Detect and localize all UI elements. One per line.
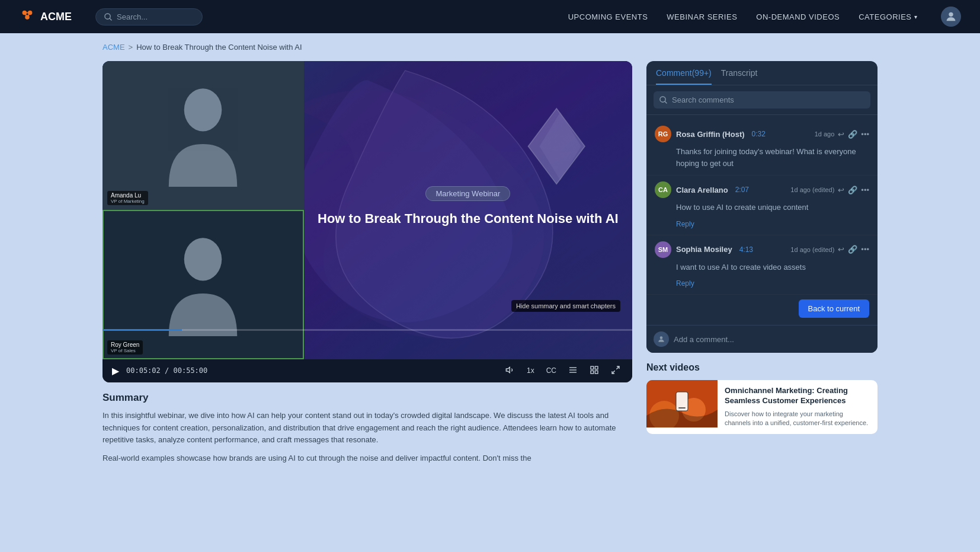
- comment-reply-area: Reply: [676, 218, 869, 229]
- summary-text-2: Real-world examples showcase how brands …: [103, 452, 632, 465]
- video-participants: Amanda Lu VP of Marketing: [103, 61, 304, 359]
- comment-reply-icon[interactable]: ↩: [838, 245, 844, 254]
- comment-body: Thanks for joining today's webinar! What…: [676, 146, 869, 169]
- participant-bottom: Roy Green VP of Sales: [103, 210, 304, 359]
- comment-more-icon[interactable]: •••: [861, 186, 869, 194]
- comment-more-icon[interactable]: •••: [861, 245, 869, 254]
- svg-point-8: [949, 12, 953, 17]
- nav-categories[interactable]: CATEGORIES ▾: [859, 12, 917, 21]
- comment-meta: 1d ago (edited) ↩ 🔗 •••: [790, 186, 869, 194]
- breadcrumb-current-page: How to Break Through the Content Noise w…: [136, 43, 302, 52]
- volume-button[interactable]: [503, 364, 517, 378]
- comment-header: RG Rosa Griffin (Host) 0:32 1d ago ↩ 🔗 •…: [655, 126, 869, 142]
- tab-comments[interactable]: Comment(99+): [656, 68, 712, 85]
- next-videos-title: Next videos: [646, 362, 877, 373]
- comment-reply-button[interactable]: Reply: [676, 279, 694, 288]
- participant-top: Amanda Lu VP of Marketing: [103, 61, 304, 210]
- search-icon: [104, 13, 112, 21]
- comment-reply-icon[interactable]: ↩: [838, 186, 844, 194]
- comment-input-avatar: [654, 331, 669, 347]
- nav-links: UPCOMING EVENTS WEBINAR SERIES ON-DEMAND…: [568, 7, 961, 27]
- comment-link-icon[interactable]: 🔗: [848, 186, 857, 194]
- chapters-button[interactable]: [566, 364, 580, 378]
- nav-webinar-series[interactable]: WEBINAR SERIES: [667, 12, 737, 21]
- comment-meta: 1d ago (edited) ↩ 🔗 •••: [790, 245, 869, 254]
- comment-timestamp[interactable]: 2:07: [735, 186, 749, 194]
- right-panel: Comment(99+) Transcript: [646, 61, 877, 434]
- video-progress-fill: [103, 329, 182, 331]
- back-to-current-wrapper: Back to current: [646, 295, 877, 320]
- chevron-down-icon: ▾: [914, 14, 918, 20]
- breadcrumb-separator: >: [129, 43, 133, 52]
- svg-rect-18: [591, 366, 594, 369]
- participant2-silhouette: [104, 211, 303, 358]
- comment-item: CA Clara Arellano 2:07 1d ago (edited) ↩…: [646, 176, 877, 235]
- next-videos-section: Next videos: [646, 362, 877, 434]
- comment-link-icon[interactable]: 🔗: [848, 130, 857, 139]
- svg-line-23: [612, 371, 615, 374]
- comment-link-icon[interactable]: 🔗: [848, 245, 857, 254]
- hide-summary-tooltip: Hide summary and smart chapters: [511, 300, 620, 312]
- next-video-thumbnail: [646, 380, 718, 427]
- logo-link[interactable]: ACME: [19, 8, 72, 25]
- video-progress-bar[interactable]: [103, 329, 632, 331]
- next-video-title: Omnichannel Marketing: Creating Seamless…: [725, 386, 870, 406]
- main-wrapper: ACME > How to Break Through the Content …: [93, 33, 887, 480]
- play-button[interactable]: ▶: [112, 365, 119, 376]
- comments-search-input[interactable]: [672, 95, 864, 104]
- comment-meta: 1d ago ↩ 🔗 •••: [815, 130, 869, 139]
- svg-rect-31: [678, 407, 686, 409]
- svg-rect-20: [591, 371, 594, 374]
- add-comment-input[interactable]: [674, 335, 870, 344]
- content-layout: Amanda Lu VP of Marketing: [103, 61, 877, 480]
- comment-body: How to use AI to create unique content: [676, 202, 869, 213]
- breadcrumb-home-link[interactable]: ACME: [103, 43, 125, 52]
- summary-title: Summary: [103, 392, 632, 404]
- next-video-card[interactable]: Omnichannel Marketing: Creating Seamless…: [646, 380, 877, 434]
- comments-panel: Comment(99+) Transcript: [646, 61, 877, 353]
- speed-button[interactable]: 1x: [524, 365, 537, 376]
- nav-search-input[interactable]: [117, 12, 194, 21]
- comments-search-area: [646, 85, 877, 115]
- comment-timestamp[interactable]: 0:32: [752, 130, 766, 138]
- fullscreen-button[interactable]: [609, 364, 623, 378]
- comment-avatar: CA: [655, 181, 671, 198]
- captions-button[interactable]: CC: [544, 365, 559, 376]
- tab-transcript[interactable]: Transcript: [721, 68, 758, 85]
- next-video-thumb-graphic: [646, 380, 718, 427]
- user-avatar[interactable]: [941, 7, 961, 27]
- svg-line-25: [665, 101, 667, 103]
- comment-body: I want to use AI to create video assets: [676, 261, 869, 273]
- summary-section: Summary In this insightful webinar, we d…: [103, 382, 632, 480]
- video-section: Amanda Lu VP of Marketing: [103, 61, 632, 480]
- comment-author: Clara Arellano: [676, 186, 728, 194]
- comment-reply-icon[interactable]: ↩: [838, 130, 844, 139]
- svg-marker-14: [506, 367, 510, 372]
- nav-search-box[interactable]: [95, 8, 203, 25]
- svg-rect-21: [595, 371, 598, 374]
- next-video-description: Discover how to integrate your marketing…: [725, 410, 870, 428]
- comments-tabs: Comment(99+) Transcript: [646, 61, 877, 85]
- comment-reply-button[interactable]: Reply: [676, 220, 694, 228]
- comment-header: SM Sophia Mosiley 4:13 1d ago (edited) ↩…: [655, 241, 869, 258]
- svg-rect-19: [595, 366, 598, 369]
- comments-search-box[interactable]: [654, 91, 870, 109]
- svg-point-26: [660, 336, 663, 339]
- video-controls: ▶ 00:05:02 / 00:55:00: [103, 359, 632, 382]
- comments-search-icon: [659, 96, 667, 104]
- comment-author: Rosa Griffin (Host): [676, 130, 745, 139]
- participant2-label: Roy Green VP of Sales: [107, 340, 143, 355]
- comment-timestamp[interactable]: 4:13: [739, 245, 753, 254]
- summary-text-1: In this insightful webinar, we dive into…: [103, 410, 632, 446]
- webinar-badge: Marketing Webinar: [425, 186, 510, 201]
- nav-upcoming-events[interactable]: UPCOMING EVENTS: [568, 12, 648, 21]
- comment-reply-area: Reply: [676, 277, 869, 288]
- comment-item: SM Sophia Mosiley 4:13 1d ago (edited) ↩…: [646, 235, 877, 295]
- comment-avatar: RG: [655, 126, 671, 142]
- nav-on-demand-videos[interactable]: ON-DEMAND VIDEOS: [756, 12, 840, 21]
- comment-more-icon[interactable]: •••: [861, 130, 869, 139]
- layout-button[interactable]: [587, 364, 601, 378]
- comment-avatar-icon: [657, 335, 665, 343]
- back-to-current-button[interactable]: Back to current: [799, 299, 869, 318]
- participant1-label: Amanda Lu VP of Marketing: [107, 191, 148, 205]
